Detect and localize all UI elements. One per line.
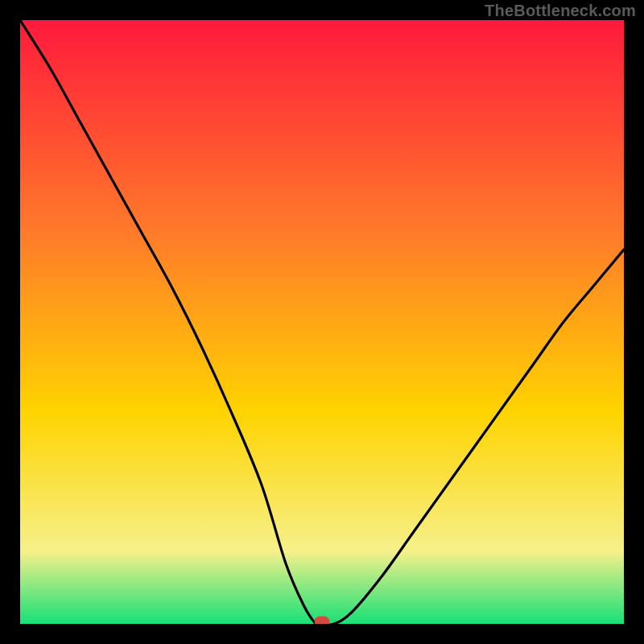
watermark-text: TheBottleneck.com (485, 2, 636, 20)
plot-area (20, 20, 624, 624)
chart-svg (20, 20, 624, 624)
gradient-background (20, 20, 624, 624)
chart-frame: TheBottleneck.com (0, 0, 644, 644)
optimum-marker (315, 617, 329, 624)
